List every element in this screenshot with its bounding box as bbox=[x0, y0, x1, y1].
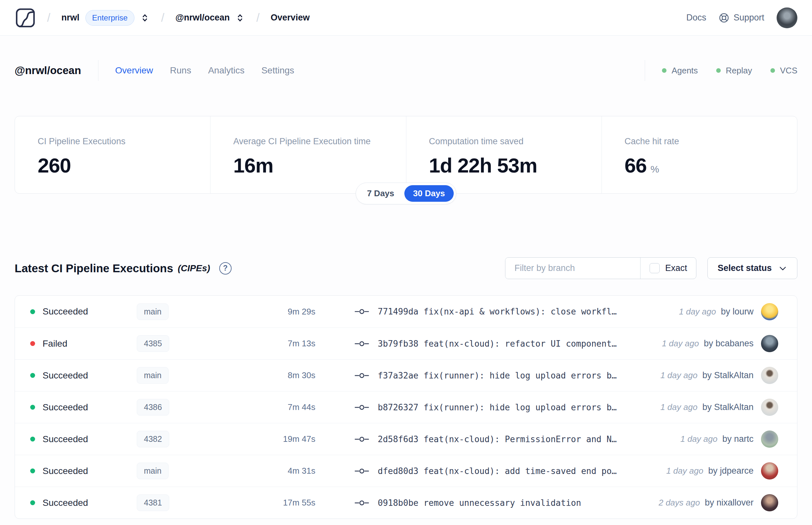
table-row[interactable]: Succeeded 4381 17m 55s 0918b0be remove u… bbox=[15, 487, 797, 519]
user-avatar[interactable] bbox=[777, 7, 797, 28]
avatar bbox=[761, 335, 778, 352]
commit-message[interactable]: 0918b0be remove unnecessary invalidation bbox=[378, 498, 581, 508]
stat-value: 16m bbox=[233, 154, 406, 177]
tab-analytics[interactable]: Analytics bbox=[208, 65, 245, 76]
breadcrumb-separator: / bbox=[47, 11, 50, 25]
author: by nixallover bbox=[705, 498, 753, 508]
feature-vcs-label: VCS bbox=[780, 65, 797, 76]
git-commit-icon bbox=[354, 434, 369, 444]
commit-message[interactable]: 771499da fix(nx-api & workflows): close … bbox=[378, 307, 617, 316]
status-dot-icon bbox=[30, 437, 35, 441]
divider bbox=[98, 60, 98, 81]
feature-replay-label: Replay bbox=[726, 65, 752, 76]
feature-replay: Replay bbox=[716, 65, 752, 76]
stat-cache-hit-rate: Cache hit rate 66% bbox=[601, 116, 797, 193]
commit-message[interactable]: 2d58f6d3 feat(nx-cloud): PermissionError… bbox=[378, 434, 617, 444]
status-dot-icon bbox=[662, 68, 667, 73]
select-status-label: Select status bbox=[718, 263, 772, 273]
duration: 8m 30s bbox=[232, 370, 316, 380]
table-row[interactable]: Succeeded main 9m 29s 771499da fix(nx-ap… bbox=[15, 296, 797, 328]
branch-badge[interactable]: 4382 bbox=[137, 431, 169, 447]
status-label: Succeeded bbox=[43, 498, 88, 508]
support-label: Support bbox=[733, 13, 764, 23]
commit-message[interactable]: b8726327 fix(runner): hide log upload er… bbox=[378, 403, 617, 412]
lifebuoy-icon bbox=[718, 12, 730, 24]
feature-agents: Agents bbox=[662, 65, 698, 76]
exact-label: Exact bbox=[665, 263, 687, 273]
duration: 17m 55s bbox=[232, 498, 316, 508]
status-dot-icon bbox=[30, 405, 35, 410]
status-dot-icon bbox=[30, 373, 35, 378]
cipes-title: Latest CI Pipeline Executions bbox=[15, 262, 173, 275]
duration: 4m 31s bbox=[232, 466, 316, 476]
status-label: Succeeded bbox=[43, 306, 88, 317]
author: by jdpearce bbox=[708, 466, 753, 476]
status-dot-icon bbox=[30, 500, 35, 505]
branch-badge[interactable]: 4386 bbox=[137, 399, 169, 416]
table-row[interactable]: Succeeded 4386 7m 44s b8726327 fix(runne… bbox=[15, 391, 797, 423]
time-ago: 2 days ago bbox=[659, 498, 700, 508]
git-commit-icon bbox=[354, 403, 369, 412]
status-dot-icon bbox=[30, 341, 35, 346]
stat-average-execution-time: Average CI Pipeline Execution time 16m bbox=[210, 116, 406, 193]
branch-badge[interactable]: main bbox=[137, 303, 169, 320]
avatar bbox=[761, 462, 778, 480]
stat-value: 260 bbox=[38, 154, 210, 177]
org-switcher-chevron-updown-icon[interactable] bbox=[140, 13, 150, 23]
status-label: Failed bbox=[43, 339, 67, 349]
workspace-header: @nrwl/ocean Overview Runs Analytics Sett… bbox=[0, 59, 812, 82]
table-row[interactable]: Succeeded main 8m 30s f37a32ae fix(runne… bbox=[15, 359, 797, 391]
commit-message[interactable]: 3b79fb38 feat(nx-cloud): refactor UI com… bbox=[378, 339, 617, 349]
support-link[interactable]: Support bbox=[718, 12, 764, 24]
cipe-table: Succeeded main 9m 29s 771499da fix(nx-ap… bbox=[15, 295, 797, 519]
cipes-section-header: Latest CI Pipeline Executions (CIPEs) ? … bbox=[15, 257, 797, 279]
branch-badge[interactable]: main bbox=[137, 463, 169, 479]
feature-status-list: Agents Replay VCS bbox=[662, 65, 797, 76]
author: by lourw bbox=[721, 307, 753, 317]
stat-label: Average CI Pipeline Execution time bbox=[233, 136, 406, 147]
feature-agents-label: Agents bbox=[672, 65, 698, 76]
select-status-dropdown[interactable]: Select status bbox=[707, 257, 797, 279]
exact-checkbox[interactable] bbox=[649, 263, 660, 273]
breadcrumb-separator: / bbox=[161, 11, 164, 25]
branch-badge[interactable]: 4381 bbox=[137, 494, 169, 511]
workspace-tabs: Overview Runs Analytics Settings bbox=[115, 65, 294, 76]
nx-cloud-logo-icon[interactable] bbox=[15, 7, 36, 29]
duration: 19m 47s bbox=[232, 434, 316, 444]
table-row[interactable]: Succeeded main 4m 31s dfed80d3 feat(nx-c… bbox=[15, 455, 797, 487]
breadcrumb-separator: / bbox=[256, 11, 260, 25]
tab-runs[interactable]: Runs bbox=[170, 65, 191, 76]
range-30-days-button[interactable]: 30 Days bbox=[404, 185, 454, 202]
duration: 7m 13s bbox=[232, 339, 316, 349]
commit-message[interactable]: f37a32ae fix(runner): hide log upload er… bbox=[378, 371, 617, 380]
help-icon[interactable]: ? bbox=[219, 262, 232, 274]
time-ago: 1 day ago bbox=[680, 434, 718, 444]
commit-message[interactable]: dfed80d3 feat(nx-cloud): add time-saved … bbox=[378, 466, 617, 476]
status-label: Succeeded bbox=[43, 402, 88, 412]
branch-filter-input[interactable] bbox=[505, 258, 640, 279]
git-commit-icon bbox=[354, 339, 369, 349]
status-label: Succeeded bbox=[43, 370, 88, 381]
git-commit-icon bbox=[354, 371, 369, 380]
table-row[interactable]: Succeeded 4382 19m 47s 2d58f6d3 feat(nx-… bbox=[15, 423, 797, 455]
chevron-down-icon bbox=[778, 264, 787, 273]
stat-label: Cache hit rate bbox=[625, 136, 797, 147]
enterprise-badge[interactable]: Enterprise bbox=[86, 10, 135, 26]
author: by StalkAltan bbox=[702, 402, 753, 412]
tab-overview[interactable]: Overview bbox=[115, 65, 153, 76]
branch-badge[interactable]: main bbox=[137, 367, 169, 384]
tab-settings[interactable]: Settings bbox=[261, 65, 294, 76]
git-commit-icon bbox=[354, 307, 369, 316]
stat-value: 66% bbox=[625, 154, 797, 177]
table-row[interactable]: Failed 4385 7m 13s 3b79fb38 feat(nx-clou… bbox=[15, 328, 797, 359]
divider bbox=[645, 60, 645, 81]
branch-filter-group: Exact bbox=[505, 257, 697, 279]
avatar bbox=[761, 399, 778, 416]
breadcrumb-org[interactable]: nrwl bbox=[61, 13, 80, 23]
branch-badge[interactable]: 4385 bbox=[137, 335, 169, 352]
breadcrumb-workspace[interactable]: @nrwl/ocean bbox=[175, 13, 230, 23]
workspace-switcher-chevron-updown-icon[interactable] bbox=[235, 13, 245, 23]
docs-link[interactable]: Docs bbox=[686, 13, 706, 23]
avatar bbox=[761, 367, 778, 384]
range-7-days-button[interactable]: 7 Days bbox=[358, 185, 403, 202]
